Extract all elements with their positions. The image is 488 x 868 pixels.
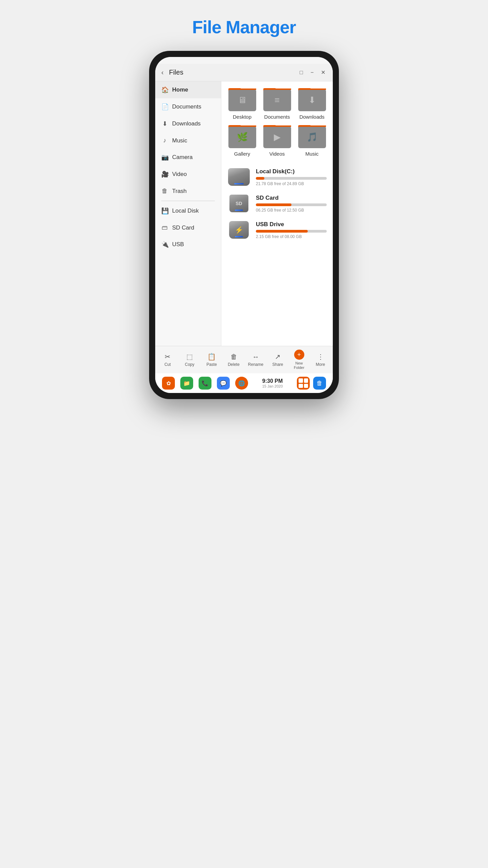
back-button[interactable]: ‹ — [161, 68, 164, 76]
cut-button[interactable]: ✂ Cut — [157, 351, 179, 368]
usb-drive-device-icon: ⚡ — [227, 220, 250, 240]
camera-icon: 📷 — [161, 154, 168, 161]
delete-button[interactable]: 🗑 Delete — [223, 352, 245, 368]
trash-icon: 🗑 — [161, 188, 168, 195]
more-icon: ⋮ — [317, 353, 324, 361]
minimize-button[interactable]: − — [308, 69, 316, 76]
close-button[interactable]: ✕ — [319, 69, 327, 76]
sidebar-item-camera[interactable]: 📷 Camera — [155, 149, 221, 166]
local-disk-free-text: 21.78 GB free of 24.89 GB — [256, 181, 327, 186]
downloads-folder-icon: ⬇ — [308, 95, 316, 105]
folder-label-downloads: Downloads — [299, 114, 324, 120]
new-folder-label: NewFolder — [294, 361, 304, 370]
sidebar-item-video[interactable]: 🎥 Video — [155, 166, 221, 183]
window-titlebar: ‹ Files □ − ✕ — [155, 64, 333, 81]
sidebar: 🏠 Home 📄 Documents ⬇ Downloads ♪ Music 📷 — [155, 81, 221, 346]
folder-desktop[interactable]: 🖥 Desktop — [227, 88, 257, 120]
desktop-folder-icon: 🖥 — [238, 95, 247, 105]
sidebar-label-sd-card: SD Card — [172, 224, 194, 231]
copy-button[interactable]: ⬚ Copy — [179, 351, 201, 368]
documents-folder-icon: ≡ — [274, 95, 280, 105]
local-disk-bar-fill — [256, 177, 264, 180]
storage-usb-drive[interactable]: ⚡ USB Drive 2.15 GB free of 08.00 GB — [227, 220, 327, 240]
new-folder-plus-icon: + — [294, 350, 304, 360]
cut-icon: ✂ — [165, 353, 170, 361]
sd-card-bar-bg — [256, 203, 327, 206]
downloads-icon: ⬇ — [161, 120, 168, 127]
sidebar-divider — [161, 201, 215, 201]
local-disk-info: Local Disk(C:) 21.78 GB free of 24.89 GB — [256, 168, 327, 186]
folder-videos[interactable]: ▶ Videos — [262, 125, 292, 157]
gallery-app-icon[interactable]: ✿ — [162, 377, 175, 390]
local-disk-device-icon — [227, 167, 250, 187]
grid-app-icon[interactable] — [297, 377, 310, 390]
rename-button[interactable]: ↔ Rename — [245, 352, 267, 368]
messages-app-icon[interactable]: 💬 — [217, 377, 230, 390]
phone-frame: ‹ Files □ − ✕ 🏠 Home 📄 Documents — [149, 51, 339, 399]
copy-label: Copy — [185, 362, 194, 367]
folder-gallery[interactable]: 🌿 Gallery — [227, 125, 257, 157]
local-disk-bar-bg — [256, 177, 327, 180]
sidebar-item-local-disk[interactable]: 💾 Local Disk — [155, 202, 221, 219]
window-controls: □ − ✕ — [298, 69, 327, 76]
sidebar-item-trash[interactable]: 🗑 Trash — [155, 183, 221, 199]
folder-label-videos: Videos — [269, 151, 285, 157]
storage-local-disk[interactable]: Local Disk(C:) 21.78 GB free of 24.89 GB — [227, 167, 327, 187]
storage-sd-card[interactable]: SD SD Card 06.25 GB free of 12.50 GB — [227, 193, 327, 214]
page-heading: File Manager — [192, 17, 296, 37]
folder-icon-videos: ▶ — [263, 125, 291, 148]
bottom-toolbar: ✂ Cut ⬚ Copy 📋 Paste 🗑 Delete ↔ Rename ↗ — [155, 346, 333, 373]
browser-app-icon[interactable]: 🌐 — [235, 377, 248, 390]
maximize-button[interactable]: □ — [298, 69, 305, 76]
folder-icon-documents: ≡ — [263, 88, 291, 111]
rename-label: Rename — [248, 362, 263, 367]
folder-icon-desktop: 🖥 — [228, 88, 256, 111]
main-panel: 🖥 Desktop ≡ Documents — [221, 81, 333, 346]
more-button[interactable]: ⋮ More — [309, 351, 331, 368]
paste-button[interactable]: 📋 Paste — [201, 351, 223, 368]
usb-drive-free-text: 2.15 GB free of 08.00 GB — [256, 234, 327, 239]
usb-drive-name: USB Drive — [256, 221, 327, 228]
sd-card-info: SD Card 06.25 GB free of 12.50 GB — [256, 195, 327, 213]
sidebar-item-home[interactable]: 🏠 Home — [155, 81, 221, 98]
new-folder-button[interactable]: + NewFolder — [289, 350, 309, 370]
copy-icon: ⬚ — [186, 353, 193, 361]
sidebar-item-sd-card[interactable]: 🗃 SD Card — [155, 219, 221, 236]
folder-music[interactable]: 🎵 Music — [297, 125, 327, 157]
window-title: Files — [169, 68, 294, 76]
usb-icon: 🔌 — [161, 241, 168, 248]
nav-app-icons: ✿ 📁 📞 💬 🌐 — [162, 377, 248, 390]
usb-drive-bar-bg — [256, 230, 327, 233]
sidebar-item-downloads[interactable]: ⬇ Downloads — [155, 115, 221, 132]
sidebar-item-usb[interactable]: 🔌 USB — [155, 236, 221, 253]
sd-card-bar-fill — [256, 203, 291, 206]
folder-icon-gallery: 🌿 — [228, 125, 256, 148]
folder-downloads[interactable]: ⬇ Downloads — [297, 88, 327, 120]
usb-drive-info: USB Drive 2.15 GB free of 08.00 GB — [256, 221, 327, 239]
share-button[interactable]: ↗ Share — [267, 351, 289, 368]
folder-documents[interactable]: ≡ Documents — [262, 88, 292, 120]
sidebar-label-music: Music — [172, 137, 187, 144]
paste-label: Paste — [206, 362, 217, 367]
local-disk-name: Local Disk(C:) — [256, 168, 327, 175]
music-icon: ♪ — [161, 137, 168, 144]
folder-icon-music: 🎵 — [298, 125, 326, 148]
sd-card-free-text: 06.25 GB free of 12.50 GB — [256, 208, 327, 213]
gallery-folder-icon: 🌿 — [237, 132, 248, 142]
system-nav-bar: ✿ 📁 📞 💬 🌐 9:30 PM 15 Jan 2020 — [155, 373, 333, 393]
folder-label-documents: Documents — [264, 114, 290, 120]
sd-card-icon: 🗃 — [161, 224, 168, 231]
phone-app-icon[interactable]: 📞 — [199, 377, 211, 390]
local-disk-icon: 💾 — [161, 207, 168, 215]
delete-label: Delete — [228, 362, 240, 367]
sidebar-item-music[interactable]: ♪ Music — [155, 132, 221, 149]
trash-app-icon[interactable]: 🗑 — [313, 377, 326, 390]
sidebar-label-local-disk: Local Disk — [172, 208, 199, 214]
sidebar-item-documents[interactable]: 📄 Documents — [155, 98, 221, 115]
more-label: More — [316, 362, 325, 367]
storage-section: Local Disk(C:) 21.78 GB free of 24.89 GB… — [227, 167, 327, 240]
rename-icon: ↔ — [252, 353, 259, 361]
files-app-icon[interactable]: 📁 — [180, 377, 193, 390]
status-time: 9:30 PM 15 Jan 2020 — [262, 378, 283, 388]
sidebar-label-video: Video — [172, 171, 187, 178]
